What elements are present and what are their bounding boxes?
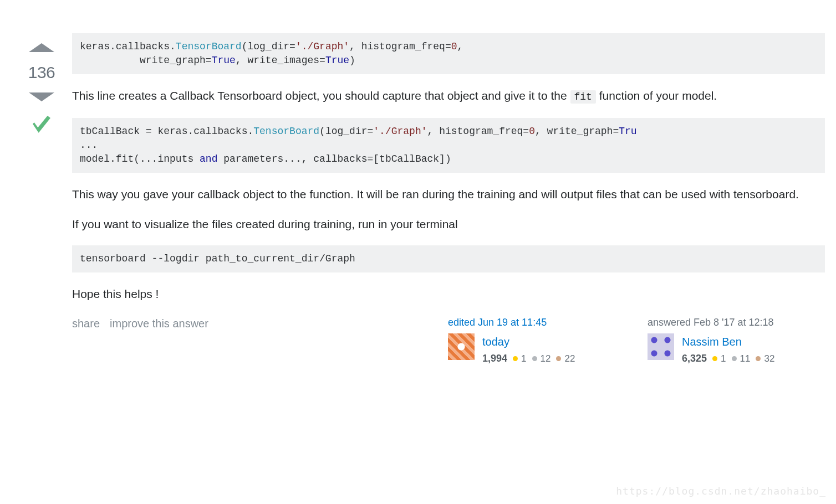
user-cards: edited Jun 19 at 11:45 today 1,994 1 12 …: [448, 315, 825, 366]
editor-card: edited Jun 19 at 11:45 today 1,994 1 12 …: [448, 315, 625, 366]
improve-answer-link[interactable]: improve this answer: [110, 315, 208, 332]
edited-time: edited Jun 19 at 11:45: [448, 315, 625, 330]
editor-reputation: 1,994 1 12 22: [482, 351, 577, 366]
inline-code-fit: fit: [570, 90, 596, 104]
vote-column: 136: [11, 33, 72, 366]
upvote-button[interactable]: [29, 43, 54, 52]
share-link[interactable]: share: [72, 315, 100, 332]
gold-badge-icon: [513, 356, 518, 361]
accepted-checkmark-icon: [28, 114, 55, 140]
vote-count: 136: [28, 60, 55, 85]
author-user-link[interactable]: Nassim Ben: [682, 333, 777, 350]
answered-time: answered Feb 8 '17 at 12:18: [648, 315, 825, 330]
paragraph-4: Hope this helps !: [72, 286, 825, 302]
silver-badge-icon: [532, 356, 537, 361]
bronze-badge-icon: [756, 356, 761, 361]
silver-badge-icon: [732, 356, 737, 361]
code-block-3: tensorboard --logdir path_to_current_dir…: [72, 245, 825, 272]
code-block-1: keras.callbacks.TensorBoard(log_dir='./G…: [72, 33, 825, 74]
gold-badge-icon: [712, 356, 717, 361]
paragraph-3: If you want to visualize the files creat…: [72, 216, 825, 232]
answer-content: keras.callbacks.TensorBoard(log_dir='./G…: [72, 33, 825, 366]
paragraph-2: This way you gave your callback object t…: [72, 186, 825, 202]
author-reputation: 6,325 1 11 32: [682, 351, 777, 366]
author-avatar[interactable]: [648, 333, 674, 360]
answer-container: 136 keras.callbacks.TensorBoard(log_dir=…: [0, 33, 836, 366]
paragraph-1: This line creates a Callback Tensorboard…: [72, 88, 825, 104]
post-menu: share improve this answer edited Jun 19 …: [72, 315, 825, 366]
edited-link[interactable]: edited Jun 19 at 11:45: [448, 317, 547, 328]
author-card: answered Feb 8 '17 at 12:18 Nassim Ben 6…: [648, 315, 825, 366]
watermark: https://blog.csdn.net/zhaohaibo_: [616, 484, 826, 498]
editor-avatar[interactable]: [448, 333, 475, 360]
editor-user-link[interactable]: today: [482, 333, 577, 350]
bronze-badge-icon: [556, 356, 561, 361]
downvote-button[interactable]: [29, 92, 54, 101]
code-block-2: tbCallBack = keras.callbacks.TensorBoard…: [72, 118, 825, 173]
post-actions: share improve this answer: [72, 315, 208, 332]
